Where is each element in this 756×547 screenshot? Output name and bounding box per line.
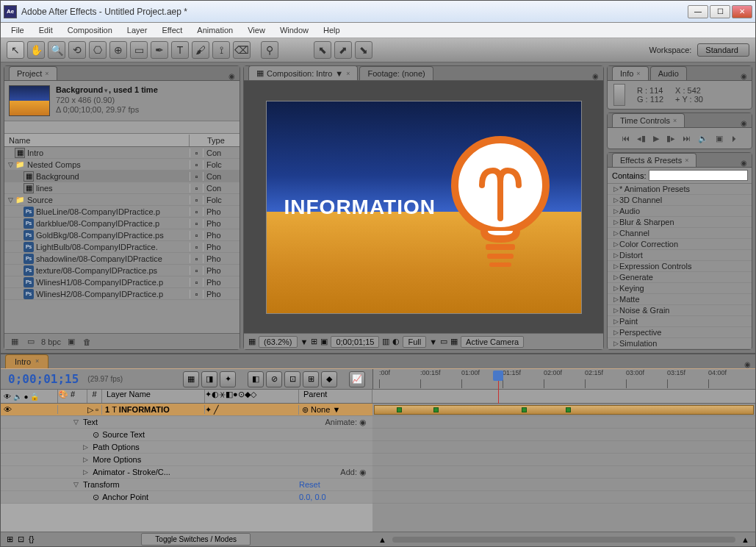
rotate-tool[interactable]: ⟲ — [68, 41, 86, 59]
roi-button[interactable]: ▭ — [440, 337, 447, 346]
effect-category[interactable]: ▷Blur & Sharpen — [608, 217, 752, 228]
world-axis-button[interactable]: ⬈ — [334, 41, 352, 59]
new-folder-button[interactable]: ▣ — [65, 336, 77, 348]
loop-button[interactable]: ▣ — [716, 134, 723, 143]
close-icon[interactable]: × — [346, 70, 350, 77]
menu-edit[interactable]: Edit — [32, 24, 60, 36]
project-tree[interactable]: ▦Intro▫Con▽📁Nested Comps▫Folc▦Background… — [4, 147, 240, 333]
layer-list[interactable]: 👁▷ ▫1 T INFORMATIO✦ ╱⊚ None ▼▽TextAnimat… — [1, 404, 372, 532]
time-controls-tab[interactable]: Time Controls× — [612, 113, 685, 127]
effect-category[interactable]: ▷Audio — [608, 206, 752, 217]
region-button[interactable]: ▥ — [382, 337, 389, 346]
zoom-in-button[interactable]: ▲ — [741, 535, 749, 544]
frame-blend-button[interactable]: ◧ — [248, 371, 264, 387]
first-frame-button[interactable]: ⏮ — [622, 134, 630, 143]
effect-category[interactable]: ▷Channel — [608, 228, 752, 239]
column-type[interactable]: Type — [204, 135, 240, 146]
menu-composition[interactable]: Composition — [60, 24, 120, 36]
toggle-modes-button[interactable]: {} — [29, 535, 34, 544]
project-item[interactable]: PsGoldBkg/08-CompanyIDPractice.ps▫Pho — [4, 229, 240, 241]
last-frame-button[interactable]: ⏭ — [683, 134, 691, 143]
property-row[interactable]: ▷More Options — [1, 454, 372, 466]
resolution-select[interactable]: Full — [403, 336, 426, 348]
maximize-button[interactable]: ☐ — [710, 5, 730, 18]
project-tab[interactable]: Project× — [9, 66, 57, 80]
effect-category[interactable]: ▷3D Channel — [608, 195, 752, 206]
effect-category[interactable]: ▷Keying — [608, 283, 752, 294]
project-search[interactable] — [4, 121, 240, 134]
close-icon[interactable]: × — [45, 70, 48, 77]
property-row[interactable]: ▽TextAnimate: ◉ — [1, 416, 372, 429]
next-frame-button[interactable]: ▮▸ — [666, 134, 675, 143]
effect-category[interactable]: ▷Generate — [608, 272, 752, 283]
effect-category[interactable]: ▷* Animation Presets — [608, 184, 752, 195]
mask-button[interactable]: ▣ — [320, 337, 328, 346]
property-row[interactable]: ⊙ Anchor Point0.0, 0.0 — [1, 491, 372, 504]
workspace-select[interactable]: Standard — [697, 43, 749, 57]
composition-view[interactable]: INFORMATION — [244, 81, 603, 333]
time-ruler[interactable]: :00f:00:15f01:00f01:15f02:00f02:15f03:00… — [372, 369, 755, 389]
toggle-switches-button[interactable]: ⊡ — [18, 535, 24, 544]
puppet-tool[interactable]: ⚲ — [261, 41, 278, 59]
graph-editor-button[interactable]: ⊞ — [303, 371, 319, 387]
clone-tool[interactable]: ⟟ — [212, 41, 230, 59]
effects-search-input[interactable] — [649, 170, 748, 181]
project-item[interactable]: ▦Intro▫Con — [4, 147, 240, 159]
mute-button[interactable]: 🔈 — [698, 134, 708, 143]
zoom-select[interactable]: (63.2%) — [259, 336, 298, 348]
zoom-tool[interactable]: 🔍 — [48, 41, 65, 59]
effect-category[interactable]: ▷Noise & Grain — [608, 305, 752, 316]
auto-keyframe-button[interactable]: ◆ — [321, 371, 337, 387]
transparency-button[interactable]: ◐ — [392, 337, 400, 346]
shape-tool[interactable]: ▭ — [130, 41, 148, 59]
grid-button[interactable]: ⊞ — [311, 337, 317, 346]
expand-button[interactable]: ⊞ — [7, 535, 13, 544]
camera-select[interactable]: Active Camera — [461, 336, 524, 348]
menu-help[interactable]: Help — [316, 24, 348, 36]
layer-row[interactable]: 👁▷ ▫1 T INFORMATIO✦ ╱⊚ None ▼ — [1, 404, 372, 416]
footage-tab[interactable]: Footage: (none) — [359, 66, 433, 80]
layer-name-column[interactable]: Layer Name — [102, 390, 205, 403]
panel-menu-icon[interactable]: ◉ — [592, 72, 599, 80]
ram-preview-button[interactable]: ⏵ — [730, 134, 738, 143]
prev-frame-button[interactable]: ◂▮ — [637, 134, 646, 143]
effects-tab[interactable]: Effects & Presets× — [612, 153, 696, 167]
menu-window[interactable]: Window — [273, 24, 316, 36]
effect-category[interactable]: ▷Matte — [608, 294, 752, 305]
close-button[interactable]: ✕ — [732, 5, 752, 18]
motion-blur-button[interactable]: ⊘ — [266, 371, 282, 387]
view-axis-button[interactable]: ⬊ — [355, 41, 372, 59]
project-item[interactable]: ▽📁Nested Comps▫Folc — [4, 159, 240, 171]
local-axis-button[interactable]: ⬉ — [314, 41, 331, 59]
effect-category[interactable]: ▷Simulation — [608, 338, 752, 349]
minimize-button[interactable]: — — [688, 5, 708, 18]
parent-column[interactable]: Parent — [299, 390, 372, 403]
effect-category[interactable]: ▷Expression Controls — [608, 261, 752, 272]
zoom-slider[interactable] — [392, 537, 735, 543]
panel-menu-icon[interactable]: ◉ — [228, 72, 235, 80]
text-tool[interactable]: T — [171, 41, 189, 59]
track-area[interactable] — [372, 404, 755, 532]
column-name[interactable]: Name — [4, 135, 190, 146]
brush-tool[interactable]: 🖌 — [192, 41, 209, 59]
pan-behind-tool[interactable]: ⊕ — [109, 41, 127, 59]
menu-effect[interactable]: Effect — [154, 24, 190, 36]
property-row[interactable]: ⊙ Source Text — [1, 429, 372, 441]
play-button[interactable]: ▶ — [653, 134, 659, 143]
project-item[interactable]: PsLightBulb/08-CompanyIDPractice.▫Pho — [4, 241, 240, 253]
new-comp-button[interactable]: ▭ — [25, 336, 37, 348]
current-time[interactable]: 0;00;01;15 — [8, 372, 79, 386]
pen-tool[interactable]: ✒ — [151, 41, 168, 59]
toggle-button[interactable]: ▦ — [450, 337, 458, 346]
snapshot-button[interactable]: ▦ — [248, 337, 256, 346]
project-item[interactable]: Psshadowline/08-CompanyIDPractice▫Pho — [4, 253, 240, 265]
project-item[interactable]: ▦Background▫Con — [4, 171, 240, 182]
composition-tab[interactable]: ▦ Composition: Intro ▼× — [248, 65, 358, 80]
effects-list[interactable]: ▷* Animation Presets▷3D Channel▷Audio▷Bl… — [608, 184, 752, 349]
toggle-switches-modes-button[interactable]: Toggle Switches / Modes — [141, 533, 251, 546]
property-row[interactable]: ▽TransformReset — [1, 479, 372, 491]
effect-category[interactable]: ▷Perspective — [608, 327, 752, 338]
draft-button[interactable]: ✦ — [220, 371, 236, 387]
project-item[interactable]: Pstexture/08-CompanyIDPractice.ps▫Pho — [4, 265, 240, 276]
shy-button[interactable]: ◨ — [201, 371, 217, 387]
